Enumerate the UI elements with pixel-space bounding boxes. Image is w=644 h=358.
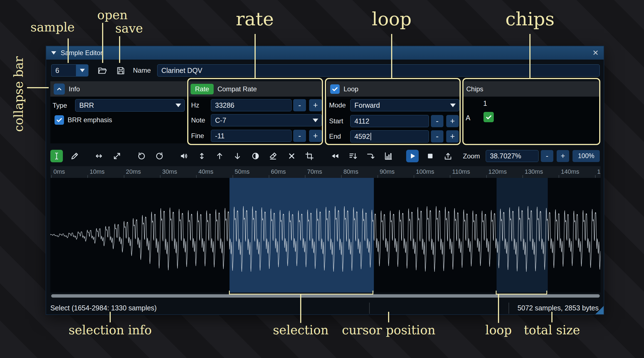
undo-button[interactable] [135, 150, 148, 162]
rewind-button[interactable] [329, 150, 341, 162]
time-tick-label: 90ms [380, 168, 395, 175]
name-input[interactable]: Clarinet DQV [157, 64, 600, 77]
sort-descending-button[interactable] [347, 150, 359, 162]
save-button[interactable] [114, 64, 127, 77]
zoom-input[interactable]: 38.7027% [486, 150, 539, 162]
info-panel: Info Type BRR BRR emphasis [50, 81, 187, 143]
status-divider [509, 303, 509, 314]
loop-mode-value: Forward [354, 101, 380, 109]
select-tool-button[interactable] [50, 150, 63, 162]
eraser-icon [268, 151, 278, 161]
time-tick-label: 20ms [126, 168, 141, 175]
invert-button[interactable] [249, 150, 262, 162]
annotation-total-size: total size [524, 323, 580, 337]
fade-in-button[interactable] [213, 150, 226, 162]
loop-panel-title: Loop [344, 85, 358, 93]
rate-panel: Rate Compat Rate Hz 33286 - + Note C-7 F… [189, 81, 323, 143]
sample-select-arrow[interactable] [76, 64, 88, 77]
zoom-in-button[interactable]: + [557, 150, 569, 162]
resize-button[interactable] [93, 150, 105, 162]
horizontal-scrollbar[interactable] [50, 293, 601, 298]
window-collapse-icon[interactable] [51, 51, 56, 55]
check-icon [56, 116, 63, 124]
name-value: Clarinet DQV [161, 67, 202, 75]
arrows-horizontal-icon [94, 151, 103, 161]
status-divider [369, 303, 370, 314]
loop-mode-select[interactable]: Forward [350, 99, 459, 111]
fine-value: -11 [215, 132, 224, 140]
redo-icon [155, 151, 164, 161]
floppy-disk-icon [116, 66, 126, 76]
goto-loop-button[interactable] [364, 150, 377, 162]
draw-tool-button[interactable] [68, 150, 81, 162]
amplify-button[interactable] [178, 150, 190, 162]
normalize-button[interactable] [196, 150, 208, 162]
arrows-vertical-icon [197, 151, 206, 161]
time-tick-mark [196, 175, 197, 178]
chip-enable-checkbox[interactable] [483, 112, 494, 122]
sample-editor-window: Sample Editor ✕ 6 Name Clarinet DQV [46, 46, 604, 315]
chevron-down-icon [313, 119, 318, 122]
close-button[interactable]: ✕ [592, 49, 599, 57]
selection-info-text: Select (1654-2984: 1330 samples) [50, 301, 157, 315]
play-button[interactable] [406, 150, 419, 162]
fine-plus-button[interactable]: + [309, 130, 322, 142]
histogram-button[interactable] [382, 150, 394, 162]
time-tick-label: 80ms [343, 168, 358, 175]
silence-button[interactable] [285, 150, 298, 162]
stop-button[interactable] [424, 150, 436, 162]
name-label: Name [133, 63, 151, 77]
time-tick-label: 70ms [307, 168, 322, 175]
zoom-value: 38.7027% [490, 152, 521, 160]
time-tick-mark [559, 175, 559, 178]
histogram-icon [384, 151, 393, 161]
hz-minus-button[interactable]: - [293, 99, 306, 111]
sample-select[interactable]: 6 [51, 64, 88, 77]
type-select[interactable]: BRR [75, 99, 185, 112]
hz-plus-button[interactable]: + [309, 99, 322, 111]
check-icon [485, 114, 492, 121]
loop-start-minus-button[interactable]: - [431, 115, 443, 127]
total-size-text: 5072 samples, 2853 bytes [517, 301, 599, 315]
collapse-info-button[interactable] [54, 84, 65, 95]
speaker-icon [179, 151, 189, 161]
loop-enable-checkbox[interactable] [330, 84, 340, 94]
time-tick-mark [341, 175, 342, 178]
loop-end-input[interactable]: 4592 [350, 130, 429, 143]
redo-button[interactable] [153, 150, 166, 162]
loop-end-plus-button[interactable]: + [446, 130, 459, 143]
open-button[interactable] [96, 64, 108, 77]
zoom-reset-button[interactable]: 100% [573, 150, 600, 162]
time-tick-label: 30ms [162, 168, 177, 175]
import-button[interactable] [442, 150, 454, 162]
scrollbar-thumb[interactable] [51, 294, 600, 298]
trim-button[interactable] [303, 150, 316, 162]
waveform[interactable] [50, 178, 601, 293]
fine-minus-button[interactable]: - [293, 130, 306, 142]
status-bar: Select (1654-2984: 1330 samples) 5072 sa… [46, 301, 604, 315]
loop-end-minus-button[interactable]: - [431, 130, 443, 143]
time-tick-mark [160, 175, 161, 178]
time-tick-mark [269, 175, 269, 178]
check-icon [331, 85, 339, 93]
eraser-button[interactable] [267, 150, 279, 162]
fine-input[interactable]: -11 [211, 130, 292, 142]
resize-grip[interactable] [595, 306, 604, 314]
chips-panel-header: Chips [463, 81, 600, 97]
hz-input[interactable]: 33286 [211, 99, 292, 111]
time-tick-label: 130ms [525, 168, 543, 175]
titlebar[interactable]: Sample Editor ✕ [46, 46, 604, 60]
loop-start-input[interactable]: 4112 [350, 115, 429, 127]
note-select[interactable]: C-7 [211, 114, 322, 126]
resample-button[interactable] [111, 150, 123, 162]
chevron-up-icon [56, 85, 63, 93]
upload-icon [443, 151, 453, 161]
type-label: Type [53, 99, 67, 112]
fade-out-button[interactable] [231, 150, 244, 162]
annotation-loop: loop [372, 8, 412, 30]
info-panel-title: Info [69, 85, 80, 93]
annotation-sample: sample [31, 20, 75, 34]
loop-start-plus-button[interactable]: + [446, 115, 459, 127]
brr-emphasis-checkbox[interactable] [55, 115, 64, 125]
zoom-out-button[interactable]: - [541, 150, 553, 162]
